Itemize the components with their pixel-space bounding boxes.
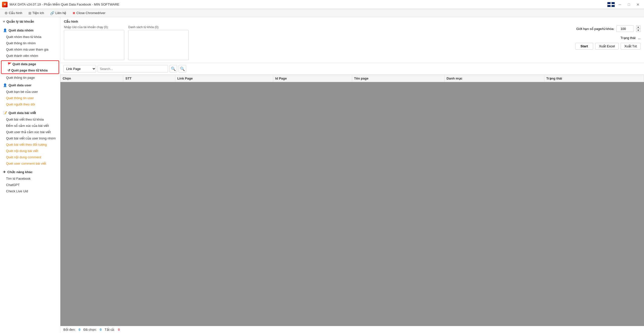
user-group-icon: 👤 bbox=[3, 28, 7, 32]
limit-input[interactable] bbox=[616, 25, 634, 32]
search-input[interactable] bbox=[98, 65, 168, 72]
app-title: MAX DATA v24.07.19 - Phần Mềm Quét Data … bbox=[10, 3, 119, 6]
col-stt: STT bbox=[123, 75, 175, 82]
boiden-value: 0 bbox=[78, 328, 80, 331]
data-table: Chọn STT Link Page Id Page Tên page Danh… bbox=[60, 75, 644, 82]
language-flag-icon[interactable] bbox=[607, 2, 615, 7]
search-button[interactable]: 🔍 bbox=[170, 65, 177, 72]
status-label: Trạng thái: bbox=[621, 36, 636, 40]
sidebar-item-quet-nd-baiviet[interactable]: Quét nội dung bài viết bbox=[0, 148, 60, 154]
menu-tienich-label: Tiện ích bbox=[32, 11, 44, 15]
spinner-down-button[interactable]: ▼ bbox=[636, 29, 640, 32]
sidebar-item-quet-nguoi-theo-doi[interactable]: Quét người theo dõi bbox=[0, 101, 60, 107]
sidebar-item-quet-nd-comment[interactable]: Quét nội dung comment bbox=[0, 154, 60, 160]
spinner-up-button[interactable]: ▲ bbox=[636, 25, 640, 29]
sidebar-item-quet-thanh-vien[interactable]: Quét thành viên nhóm bbox=[0, 53, 60, 59]
config-panel: Cấu hình Nhập Uid của tài khoản chạy (0)… bbox=[60, 17, 644, 63]
minimize-button[interactable]: ─ bbox=[616, 1, 624, 8]
sidebar-section-other: ✈ Chức năng khác Tìm Id Facebook ChatGPT… bbox=[0, 168, 60, 195]
maximize-button[interactable]: □ bbox=[625, 1, 633, 8]
sidebar-item-quet-bv-doi-tuong[interactable]: Quét bài viết theo đối tượng bbox=[0, 141, 60, 148]
sidebar-item-dem-cam-xuc[interactable]: Đếm số cảm xúc của bài viết bbox=[0, 123, 60, 129]
chrome-close-icon: ✖ bbox=[72, 11, 75, 15]
uid-label: Nhập Uid của tài khoản chạy (0): bbox=[64, 25, 124, 29]
sidebar-item-quet-thong-tin-page[interactable]: Quét thông tin page bbox=[0, 75, 60, 81]
tools-icon: ⊞ bbox=[28, 11, 31, 15]
export-excel-button[interactable]: Xuất Excel bbox=[595, 43, 619, 50]
data-table-container: Chọn STT Link Page Id Page Tên page Danh… bbox=[60, 75, 644, 326]
sidebar-item-quet-nhom-user[interactable]: Quét nhóm mà user tham gia bbox=[0, 46, 60, 53]
flag-icon: 🚩 bbox=[8, 62, 12, 66]
sidebar-item-quet-data-page[interactable]: 🚩 Quét data page bbox=[2, 61, 59, 67]
sidebar-item-chatgpt[interactable]: ChatGPT bbox=[0, 182, 60, 188]
sidebar-section-user: 👤 Quét data user Quét bạn bè của user Qu… bbox=[0, 81, 60, 108]
search-bar: Link Page 🔍 🔍 bbox=[60, 63, 644, 75]
sidebar-item-quet-user-cam-xuc[interactable]: Quét user thả cảm xúc bài viết bbox=[0, 129, 60, 135]
menu-tienich[interactable]: ⊞ Tiện ích bbox=[26, 10, 47, 16]
sidebar-group-page-selected: 🚩 Quét data page ↺ Quét page theo từ khó… bbox=[1, 60, 59, 74]
keyword-label: Danh sách từ khóa (0): bbox=[128, 25, 189, 29]
sidebar-section-group: 👤 Quét data nhóm Quét nhóm theo từ khóa … bbox=[0, 26, 60, 60]
title-bar: M MAX DATA v24.07.19 - Phần Mềm Quét Dat… bbox=[0, 0, 644, 9]
sidebar-item-quet-bv-user-nhom[interactable]: Quét bài viết của user trong nhóm bbox=[0, 135, 60, 141]
col-chon: Chọn bbox=[61, 75, 123, 82]
status-value: ... bbox=[638, 36, 640, 40]
sidebar-other-label: Chức năng khác bbox=[7, 170, 32, 174]
title-bar-left: M MAX DATA v24.07.19 - Phần Mềm Quét Dat… bbox=[2, 2, 119, 7]
sidebar-item-quet-page-tu-khoa[interactable]: ↺ Quét page theo từ khóa bbox=[2, 67, 59, 73]
col-trang-thai: Trạng thái bbox=[544, 75, 644, 82]
col-danh-muc: Danh mục bbox=[445, 75, 544, 82]
sidebar-item-quet-nhom-tu-khoa[interactable]: Quét nhóm theo từ khóa bbox=[0, 34, 60, 40]
config-row: Nhập Uid của tài khoản chạy (0): Danh sá… bbox=[64, 25, 640, 60]
sidebar-header-user[interactable]: 👤 Quét data user bbox=[0, 82, 60, 89]
sidebar-header-account[interactable]: ≡ Quản lý tài khoản bbox=[0, 18, 60, 25]
menu-cauhinh-label: Cấu hình bbox=[9, 11, 22, 15]
start-button[interactable]: Start bbox=[575, 43, 593, 50]
uid-textarea[interactable] bbox=[64, 30, 124, 60]
sidebar-item-quet-bv-tu-khoa[interactable]: Quét bài viết theo từ khóa bbox=[0, 116, 60, 123]
sidebar-item-quet-thong-tin-user[interactable]: Quét thông tin user bbox=[0, 95, 60, 101]
menu-bar: ⚙ Cấu hình ⊞ Tiện ích 🔗 Liên hệ ✖ Close … bbox=[0, 9, 644, 17]
link-icon: 🔗 bbox=[50, 11, 54, 15]
sidebar-section-account: ≡ Quản lý tài khoản bbox=[0, 17, 60, 26]
sidebar: ≡ Quản lý tài khoản 👤 Quét data nhóm Qué… bbox=[0, 17, 60, 333]
sidebar-item-quet-user-comment[interactable]: Quét user comment bài viết bbox=[0, 160, 60, 167]
limit-row: Giới hạn số page/từ khóa: ▲ ▼ bbox=[576, 25, 640, 32]
tatca-value: 0 bbox=[118, 328, 120, 331]
boidenLabel: Bồi đen: bbox=[63, 328, 75, 331]
close-button[interactable]: ✕ bbox=[634, 1, 642, 8]
search-refresh-button[interactable]: 🔍 bbox=[179, 65, 186, 72]
search-icon: 🔍 bbox=[171, 66, 176, 71]
dachon-value: 0 bbox=[100, 328, 102, 331]
config-title: Cấu hình bbox=[64, 20, 640, 23]
action-buttons: Start Xuất Excel Xuất Txt bbox=[575, 43, 641, 50]
dachon-label: Đã chọn: bbox=[84, 328, 97, 331]
user-icon: 👤 bbox=[3, 83, 7, 87]
table-header-row: Chọn STT Link Page Id Page Tên page Danh… bbox=[61, 75, 644, 82]
sidebar-item-quet-ban-be[interactable]: Quét bạn bè của user bbox=[0, 89, 60, 95]
post-icon: 📝 bbox=[3, 111, 7, 115]
sidebar-header-other[interactable]: ✈ Chức năng khác bbox=[0, 169, 60, 175]
menu-close-chromedriver[interactable]: ✖ Close Chromedriver bbox=[70, 10, 108, 16]
status-bar: Bồi đen: 0 Đã chọn: 0 Tất cả: 0 bbox=[60, 326, 644, 333]
export-txt-button[interactable]: Xuất Txt bbox=[621, 43, 640, 50]
main-layout: ≡ Quản lý tài khoản 👤 Quét data nhóm Qué… bbox=[0, 17, 644, 333]
sidebar-header-group[interactable]: 👤 Quét data nhóm bbox=[0, 27, 60, 34]
col-ten-page: Tên page bbox=[352, 75, 445, 82]
sidebar-item-quet-thong-tin-nhom[interactable]: Quét thông tin nhóm bbox=[0, 40, 60, 46]
config-col-keyword: Danh sách từ khóa (0): bbox=[128, 25, 189, 60]
sidebar-header-baiviet[interactable]: 📝 Quét data bài viết bbox=[0, 109, 60, 116]
keyword-textarea[interactable] bbox=[128, 30, 189, 60]
sidebar-section-baiviet: 📝 Quét data bài viết Quét bài viết theo … bbox=[0, 108, 60, 168]
menu-cauhinh[interactable]: ⚙ Cấu hình bbox=[2, 10, 25, 16]
link-page-select[interactable]: Link Page bbox=[63, 65, 96, 72]
sidebar-item-tim-id-facebook[interactable]: Tìm Id Facebook bbox=[0, 175, 60, 182]
sidebar-baiviet-label: Quét data bài viết bbox=[9, 111, 36, 115]
config-col-uid: Nhập Uid của tài khoản chạy (0): bbox=[64, 25, 124, 60]
sidebar-item-check-live-uid[interactable]: Check Live Uid bbox=[0, 188, 60, 194]
col-id-page: Id Page bbox=[273, 75, 352, 82]
status-row: Trạng thái: ... bbox=[621, 36, 640, 40]
sidebar-group-label: Quét data nhóm bbox=[9, 28, 33, 32]
menu-lienhe[interactable]: 🔗 Liên hệ bbox=[48, 10, 69, 16]
menu-close-label: Close Chromedriver bbox=[76, 11, 106, 15]
